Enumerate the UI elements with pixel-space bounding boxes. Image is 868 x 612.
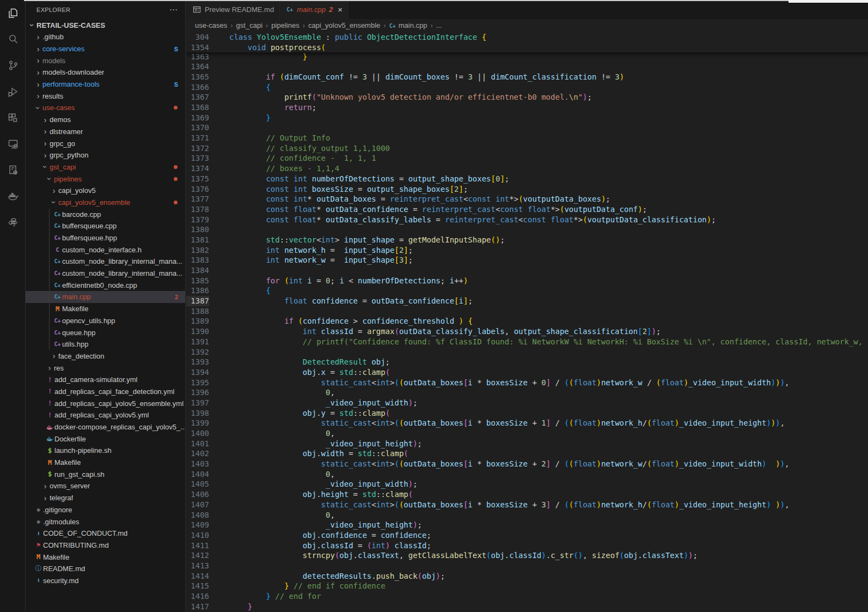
code-line[interactable]: 1377 const int* outData_boxes = reinterp…: [186, 194, 868, 204]
line-number[interactable]: 1405: [186, 479, 209, 489]
tree-file-launch-pipeline-sh[interactable]: $launch-pipeline.sh: [26, 445, 185, 457]
code-line[interactable]: 1365 if (dimCount_conf != 3 || dimCount_…: [186, 72, 868, 82]
line-number[interactable]: 1414: [186, 571, 209, 581]
line-number[interactable]: 1366: [186, 82, 209, 93]
code-line[interactable]: 1398 obj.y = std::clamp(: [186, 408, 868, 419]
code-line[interactable]: 1402 obj.width = std::clamp(: [186, 449, 868, 459]
tree-file-makefile[interactable]: MMakefile: [26, 457, 185, 469]
close-icon[interactable]: ×: [338, 7, 343, 13]
line-number[interactable]: 1372: [186, 143, 209, 154]
line-number[interactable]: 1373: [186, 153, 209, 163]
code-line[interactable]: 1403 static_cast<int>((outData_boxes[i *…: [186, 459, 868, 469]
tree-folder-pipelines[interactable]: ›pipelines: [26, 173, 185, 185]
line-number[interactable]: 1365: [186, 72, 209, 82]
python-icon[interactable]: [0, 209, 26, 235]
code-line[interactable]: 1409 _video_input_height);: [186, 520, 868, 530]
line-number[interactable]: 1375: [186, 174, 209, 184]
extensions-icon[interactable]: [0, 105, 26, 131]
line-number[interactable]: 1364: [186, 62, 209, 72]
tree-file-add-replicas-capi-yolov5-yml[interactable]: !add_replicas_capi_yolov5.yml: [26, 409, 185, 421]
tree-file--gitmodules[interactable]: ◈.gitmodules: [26, 516, 185, 528]
code-line[interactable]: 1401 _video_input_height);: [186, 439, 868, 449]
line-number[interactable]: 1395: [186, 378, 209, 388]
code-line[interactable]: 1385 for (int i = 0; i < numberOfDetecti…: [186, 276, 868, 286]
tree-file-add-camera-simulator-yml[interactable]: !add_camera-simulator.yml: [26, 374, 185, 386]
tree-file-readme-md[interactable]: ⓘREADME.md: [26, 563, 185, 575]
line-number[interactable]: 1368: [186, 102, 209, 113]
search-icon[interactable]: [0, 26, 26, 52]
line-number[interactable]: 1415: [186, 581, 209, 591]
line-number[interactable]: 1377: [186, 194, 209, 204]
code-line[interactable]: 1404 0,: [186, 469, 868, 480]
run-and-debug-icon[interactable]: [0, 78, 26, 105]
tree-file-run-gst-capi-sh[interactable]: $run_gst_capi.sh: [26, 468, 185, 480]
code-line[interactable]: 1366 {: [186, 82, 868, 93]
more-actions-icon[interactable]: ⋯: [169, 7, 178, 13]
code-line[interactable]: 1396 0,: [186, 387, 868, 398]
code-line[interactable]: 1374 // boxes - 1,1,4: [186, 163, 868, 174]
code-line[interactable]: 1386 {: [186, 286, 868, 296]
line-number[interactable]: 1363: [186, 52, 209, 62]
line-number[interactable]: 1384: [186, 265, 209, 276]
code-line[interactable]: 1399 static_cast<int>((outData_boxes[i *…: [186, 418, 868, 428]
tree-file-dockerfile[interactable]: Dockerfile: [26, 433, 185, 445]
code-editor[interactable]: 1363 }13641365 if (dimCount_conf != 3 ||…: [186, 31, 868, 612]
code-line[interactable]: 1372 // classify_output 1,1,1000: [186, 143, 868, 154]
line-number[interactable]: 1387: [186, 296, 209, 306]
code-line[interactable]: 1367 printf("Unknown yolov5 detection an…: [186, 92, 868, 102]
tree-folder-models[interactable]: ›models: [26, 54, 185, 66]
line-number[interactable]: 1370: [186, 123, 209, 133]
code-line[interactable]: 1375 const int numberOfDetections = outp…: [186, 174, 868, 184]
line-number[interactable]: 1376: [186, 184, 209, 195]
line-number[interactable]: 1391: [186, 337, 209, 347]
tree-folder-grpc-python[interactable]: ›grpc_python: [26, 149, 185, 161]
code-line[interactable]: 1411 obj.classId = (int) classId;: [186, 541, 868, 551]
code-line[interactable]: 1405 _video_input_width);: [186, 479, 868, 489]
breadcrumb-item-capi-yolov5-ensemble[interactable]: capi_yolov5_ensemble: [308, 21, 380, 29]
tree-folder-face-detection[interactable]: ›face_detection: [26, 350, 185, 362]
line-number[interactable]: 1413: [186, 561, 209, 571]
line-number[interactable]: 1369: [186, 113, 209, 123]
code-line[interactable]: 1417 }: [186, 602, 868, 612]
tree-folder-performance-tools[interactable]: ›performance-toolsS: [26, 78, 185, 90]
tree-folder-ovms-server[interactable]: ›ovms_server: [26, 480, 185, 492]
line-number[interactable]: 1374: [186, 163, 209, 174]
line-number[interactable]: 1394: [186, 367, 209, 378]
code-line[interactable]: 1392: [186, 347, 868, 357]
line-number[interactable]: 1416: [186, 591, 209, 602]
tree-folder-capi-yolov5-ensemble[interactable]: ›capi_yolov5_ensemble: [26, 197, 185, 209]
code-line[interactable]: 1414 detectedResults.push_back(obj);: [186, 571, 868, 581]
code-line[interactable]: 1373 // confidence - 1, 1, 1: [186, 153, 868, 163]
code-line[interactable]: 1407 static_cast<int>((outData_boxes[i *…: [186, 500, 868, 510]
code-line[interactable]: 1364: [186, 62, 868, 72]
code-line[interactable]: 1416 } // end for: [186, 591, 868, 602]
tree-root-retail-use-cases[interactable]: › RETAIL-USE-CASES: [26, 19, 185, 31]
code-line[interactable]: 1391 // printf("Confidence found: %f Cla…: [186, 337, 868, 347]
line-number[interactable]: 1389: [186, 316, 209, 326]
source-control-icon[interactable]: [0, 52, 26, 78]
breadcrumb-item--[interactable]: ...: [436, 21, 442, 29]
line-number[interactable]: 1378: [186, 204, 209, 215]
code-line[interactable]: 1410 obj.confidence = confidence;: [186, 530, 868, 541]
tree-file-docker-compose-replicas-capi-yolov5-[interactable]: docker-compose_replicas_capi_yolov5_...: [26, 421, 185, 433]
code-line[interactable]: 1368 return;: [186, 102, 868, 113]
line-number[interactable]: 1398: [186, 408, 209, 419]
code-line[interactable]: 1389 if (confidence > confidence_thresho…: [186, 316, 868, 326]
code-line[interactable]: 304class Yolov5Ensemble : public ObjectD…: [186, 32, 868, 43]
tree-file-makefile[interactable]: MMakefile: [26, 551, 185, 563]
code-line[interactable]: 1380: [186, 225, 868, 235]
tree-file-security-md[interactable]: ⬇security.md: [26, 575, 185, 587]
code-line[interactable]: 1397 _video_input_width);: [186, 398, 868, 408]
line-number[interactable]: 1408: [186, 510, 209, 520]
code-line[interactable]: 1412 strncpy(obj.classText, getClassLabe…: [186, 550, 868, 561]
breadcrumb-item-pipelines[interactable]: pipelines: [271, 21, 299, 29]
line-number[interactable]: 1379: [186, 215, 209, 225]
line-number[interactable]: 1399: [186, 418, 209, 428]
tree-folder-grpc-go[interactable]: ›grpc_go: [26, 137, 185, 149]
tree-folder-gst-capi[interactable]: ›gst_capi: [26, 161, 185, 173]
line-number[interactable]: 1381: [186, 235, 209, 245]
line-number[interactable]: 1383: [186, 255, 209, 265]
remote-explorer-icon[interactable]: [0, 131, 26, 157]
tree-folder-res[interactable]: ›res: [26, 362, 185, 374]
code-line[interactable]: 1390 int classId = argmax(outData_classi…: [186, 326, 868, 337]
